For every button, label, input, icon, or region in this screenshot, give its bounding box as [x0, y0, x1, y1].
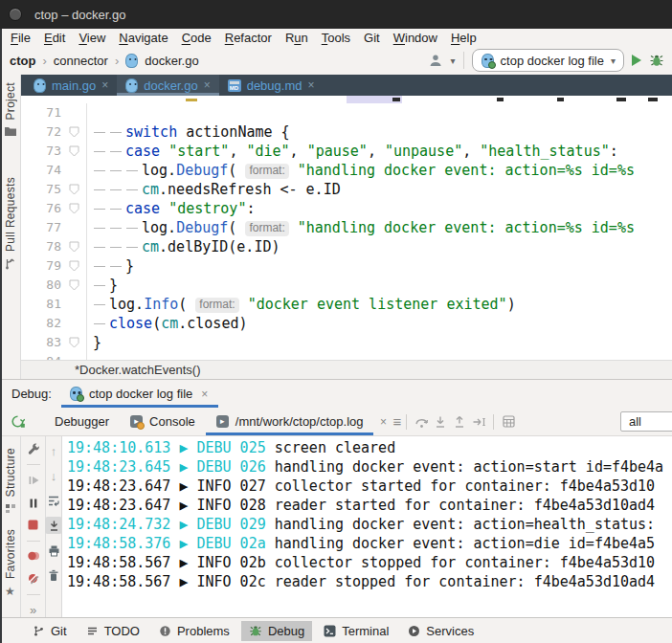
step-into-button[interactable]: [431, 412, 450, 432]
statusbar-button-todo[interactable]: TODO: [78, 621, 147, 641]
go-file-icon: [34, 78, 46, 93]
tool-strip-label: Pull Requests: [4, 177, 17, 252]
more-button[interactable]: »: [25, 603, 42, 617]
step-out-button[interactable]: [450, 412, 469, 432]
menu-item-code[interactable]: Code: [175, 31, 218, 45]
statusbar-button-terminal[interactable]: Terminal: [316, 621, 396, 641]
fold-marker-icon[interactable]: [61, 276, 86, 295]
log-meta: 19:48:58.376 ▶ DEBU 02a: [67, 535, 275, 552]
resume-button[interactable]: [25, 473, 42, 487]
code-line[interactable]: 76case "destroy":: [21, 199, 672, 218]
scroll-up-button[interactable]: ↑: [45, 442, 62, 459]
console-output[interactable]: 19:48:10.613 ▶ DEBU 025 screen cleared19…: [61, 436, 672, 617]
fold-marker-icon[interactable]: [61, 333, 86, 352]
breadcrumb-item-ctop[interactable]: ctop: [10, 54, 35, 68]
fold-marker-icon[interactable]: [61, 237, 86, 256]
scroll-down-button[interactable]: ↓: [45, 467, 62, 484]
step-over-button[interactable]: [412, 412, 431, 432]
debug-button[interactable]: [649, 54, 664, 68]
menu-item-window[interactable]: Window: [387, 31, 444, 45]
debug-tab-label: Console: [149, 414, 195, 429]
run-to-cursor-button[interactable]: [469, 412, 488, 432]
log-line: 19:48:58.376 ▶ DEBU 02a handling docker …: [67, 534, 672, 553]
menu-item-help[interactable]: Help: [444, 31, 483, 45]
menu-item-tools[interactable]: Tools: [315, 31, 357, 45]
fold-marker-icon[interactable]: [61, 180, 86, 199]
print-button[interactable]: [45, 542, 62, 559]
statusbar-button-git[interactable]: Git: [25, 621, 75, 641]
tool-strip-item-project[interactable]: Project: [4, 82, 17, 137]
code-line[interactable]: 80}: [21, 276, 672, 295]
code-line[interactable]: 77log.Debugf( format: "handling docker e…: [21, 218, 672, 237]
statusbar-button-services[interactable]: Services: [400, 621, 482, 641]
run-button[interactable]: [632, 55, 641, 66]
window-button[interactable]: [9, 8, 22, 21]
code-line[interactable]: 82close(cm.closed): [21, 314, 672, 333]
code-editor[interactable]: 7172switch actionName {73case "start", "…: [21, 103, 672, 360]
code-line[interactable]: 84: [21, 352, 672, 360]
clipped-fragment: [186, 99, 197, 101]
tool-strip-item-pull-requests[interactable]: Pull Requests: [4, 177, 17, 270]
debug-bug-icon: [249, 625, 262, 637]
tool-strip-item-structure[interactable]: Structure: [4, 448, 17, 514]
markdown-file-icon: [228, 79, 241, 92]
tool-strip-item-favorites[interactable]: Favorites★: [4, 529, 17, 598]
breadcrumb-item-dockergo[interactable]: docker.go: [145, 54, 198, 68]
debug-tab-debugger[interactable]: Debugger: [44, 408, 120, 435]
editor-tab-label: debug.md: [247, 78, 302, 93]
log-level-filter[interactable]: all: [620, 411, 672, 432]
fold-marker-icon[interactable]: [61, 142, 86, 161]
pause-button[interactable]: [25, 496, 42, 510]
breadcrumb-item-connector[interactable]: connector: [54, 54, 108, 68]
statusbar-button-debug[interactable]: Debug: [241, 621, 312, 641]
rerun-button[interactable]: [8, 412, 27, 432]
fold-marker-icon[interactable]: [61, 122, 86, 142]
tab-whitespace: [125, 237, 142, 256]
fold-marker-icon[interactable]: [61, 199, 86, 218]
editor-tab-main-go[interactable]: main.go×: [25, 75, 117, 96]
menu-item-navigate[interactable]: Navigate: [112, 31, 174, 45]
token-pl: ,: [290, 143, 307, 160]
hamburger-icon[interactable]: ≡: [392, 408, 401, 435]
editor-tab-debug-md[interactable]: debug.md×: [219, 75, 324, 96]
tab-whitespace: [109, 256, 125, 276]
stop-button[interactable]: [25, 518, 42, 532]
code-line[interactable]: 74log.Debugf( format: "handling docker e…: [21, 161, 672, 180]
fold-marker-icon[interactable]: [61, 256, 86, 276]
close-icon[interactable]: ×: [204, 78, 211, 92]
debug-tab--mnt-work-ctop-ctop-log[interactable]: /mnt/work/ctop/ctop.log: [206, 408, 374, 435]
code-line[interactable]: 81log.Info( format: "docker event listen…: [21, 295, 672, 314]
code-line[interactable]: 83}: [21, 333, 672, 352]
code-line[interactable]: 75cm.needsRefresh <- e.ID: [21, 180, 672, 199]
code-line[interactable]: 72switch actionName {: [21, 122, 672, 142]
debug-tab-console[interactable]: Console: [120, 408, 206, 435]
statusbar-button-problems[interactable]: Problems: [151, 621, 237, 641]
close-icon[interactable]: ×: [373, 412, 392, 432]
editor-tab-docker-go[interactable]: docker.go×: [117, 75, 218, 96]
mute-breakpoints-button[interactable]: [25, 571, 42, 586]
menu-item-refactor[interactable]: Refactor: [218, 31, 279, 45]
close-icon[interactable]: ×: [199, 388, 210, 401]
window-border: [0, 29, 2, 643]
clear-button[interactable]: [45, 566, 62, 584]
code-line[interactable]: 79}: [21, 256, 672, 276]
evaluate-grid-button[interactable]: [499, 412, 518, 432]
settings-wrench-button[interactable]: [25, 442, 42, 456]
log-line: 19:48:23.647 ▶ INFO 027 collector starte…: [67, 477, 672, 496]
user-avatar-icon[interactable]: [429, 54, 443, 67]
soft-wrap-button[interactable]: [45, 492, 62, 509]
menu-item-file[interactable]: File: [4, 31, 37, 45]
scroll-to-end-button[interactable]: [45, 517, 62, 534]
menu-item-run[interactable]: Run: [279, 31, 315, 45]
code-line[interactable]: 78cm.delByID(e.ID): [21, 237, 672, 256]
code-line[interactable]: 71: [21, 103, 672, 122]
code-line[interactable]: 73case "start", "die", "pause", "unpause…: [21, 142, 672, 161]
view-breakpoints-button[interactable]: [25, 549, 42, 564]
menu-item-view[interactable]: View: [72, 31, 112, 45]
debug-session-tab[interactable]: ctop docker log file ×: [61, 380, 218, 408]
close-icon[interactable]: ×: [307, 78, 314, 92]
close-icon[interactable]: ×: [101, 78, 108, 92]
menu-item-edit[interactable]: Edit: [37, 31, 72, 45]
run-config-selector[interactable]: ctop docker log file ▾: [472, 49, 624, 72]
menu-item-git[interactable]: Git: [357, 31, 387, 45]
